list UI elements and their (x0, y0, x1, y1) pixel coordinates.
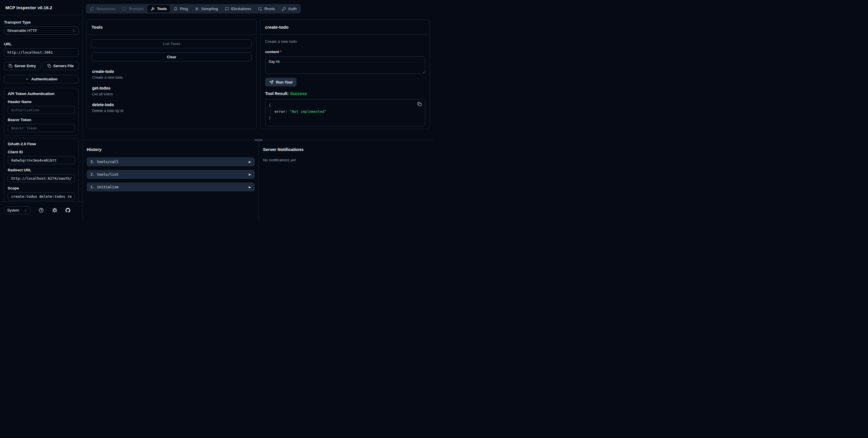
content-field-label-text: content (265, 50, 279, 54)
tab-label: Resources (96, 7, 115, 11)
tool-list: create-todoCreate a new todoget-todosLis… (92, 69, 252, 113)
servers-file-button[interactable]: Servers File (42, 62, 79, 70)
list-tools-button[interactable]: List Tools (92, 39, 252, 48)
tools-panel-body: List Tools Clear create-todoCreate a new… (87, 35, 256, 124)
tools-panel: Tools List Tools Clear create-todoCreate… (87, 20, 257, 129)
expand-arrow-icon: ▶ (249, 173, 251, 176)
history-list: 3. tools/call▶2. tools/list▶1. initializ… (87, 157, 255, 191)
tools-panel-title: Tools (92, 25, 103, 30)
tab-bar: ResourcesPromptsToolsPingSamplingElicita… (86, 4, 301, 13)
json-key: error: (275, 110, 288, 114)
copy-icon (48, 64, 51, 68)
json-close-brace: } (269, 115, 422, 121)
transport-type-select[interactable]: Streamable HTTP (4, 26, 79, 35)
json-value: "Not implemented" (290, 110, 327, 114)
tab-roots[interactable]: Roots (255, 5, 278, 12)
authentication-toggle-label: Authentication (31, 77, 57, 81)
bottom-panels: History 3. tools/call▶2. tools/list▶1. i… (83, 140, 434, 219)
hammer-icon (151, 7, 155, 11)
header-name-input[interactable] (8, 106, 75, 114)
chevrons-up-down-icon (24, 209, 27, 212)
copy-result-button[interactable] (417, 102, 422, 106)
client-id-input[interactable] (8, 156, 75, 164)
history-item[interactable]: 3. tools/call▶ (87, 157, 255, 166)
run-tool-button-label: Run Tool (276, 80, 292, 84)
theme-select[interactable]: System (4, 207, 30, 214)
tree-icon (258, 7, 262, 11)
history-item-label: 3. tools/call (90, 160, 119, 164)
url-label: URL (4, 42, 79, 46)
tab-label: Sampling (201, 7, 218, 11)
selected-tool-title: create-todo (265, 25, 289, 30)
tool-result-line: Tool Result: Success (265, 91, 425, 96)
redirect-url-input[interactable] (8, 174, 75, 182)
files-icon (90, 7, 94, 11)
bell-icon (174, 7, 178, 11)
tab-label: Prompts (129, 7, 144, 11)
tab-label: Auth (288, 7, 297, 11)
run-tool-button[interactable]: Run Tool (265, 78, 297, 86)
history-item-label: 2. tools/list (90, 172, 119, 177)
expand-arrow-icon: ▶ (249, 160, 251, 163)
top-panels: Tools List Tools Clear create-todoCreate… (83, 13, 434, 129)
tab-label: Elicitations (231, 7, 251, 11)
bearer-token-label: Bearer Token (8, 118, 75, 122)
bearer-token-input[interactable] (8, 124, 75, 132)
split-drag-handle[interactable] (254, 139, 262, 141)
history-panel: History 3. tools/call▶2. tools/list▶1. i… (83, 140, 258, 219)
tab-prompts[interactable]: Prompts (119, 5, 147, 12)
sidebar-footer: System (0, 201, 83, 219)
send-icon (269, 80, 274, 84)
tab-elicitations[interactable]: Elicitations (222, 5, 254, 12)
tab-label: Roots (265, 7, 275, 11)
api-token-title: API Token Authentication (8, 92, 75, 96)
app-title: MCP Inspector v0.16.2 (5, 5, 52, 10)
copy-icon (417, 102, 422, 106)
tool-item-get-todos[interactable]: get-todosList all todos (92, 86, 251, 96)
oauth-card: OAuth 2.0 Flow Client ID Redirect URL Sc… (4, 138, 79, 201)
tool-item-delete-todo[interactable]: delete-todoDelete a todo by id (92, 102, 251, 113)
tool-description: List all todos (92, 92, 251, 96)
clear-button[interactable]: Clear (92, 53, 252, 61)
history-item[interactable]: 1. initialize▶ (87, 183, 255, 191)
tool-name: get-todos (92, 86, 251, 90)
authentication-toggle[interactable]: Authentication (4, 75, 79, 83)
sidebar: MCP Inspector v0.16.2 Transport Type Str… (0, 0, 83, 219)
footer-icons (30, 208, 79, 213)
oauth-title: OAuth 2.0 Flow (8, 142, 75, 146)
tool-result-status: Success (290, 91, 307, 96)
report-bug-button[interactable] (52, 208, 57, 213)
key-icon (282, 7, 286, 11)
server-entry-button[interactable]: Server Entry (4, 62, 40, 70)
tab-resources[interactable]: Resources (87, 5, 119, 12)
url-input[interactable] (4, 48, 79, 57)
scope-input[interactable] (8, 192, 75, 200)
github-button[interactable] (65, 208, 71, 213)
help-circle-icon (39, 208, 43, 213)
servers-file-label: Servers File (53, 64, 74, 68)
redirect-url-label: Redirect URL (8, 168, 75, 172)
history-title: History (87, 147, 255, 152)
selected-tool-description: Create a new todo (265, 39, 425, 43)
scope-label: Scope (8, 186, 75, 190)
json-error-row[interactable]: error: "Not implemented" (270, 108, 422, 115)
tool-item-create-todo[interactable]: create-todoCreate a new todo (92, 69, 251, 80)
tab-ping[interactable]: Ping (170, 5, 191, 12)
expand-arrow-icon: ▶ (249, 186, 251, 189)
tab-auth[interactable]: Auth (279, 5, 300, 12)
run-tool-panel-header: create-todo (260, 20, 430, 35)
github-icon (65, 208, 70, 213)
main-content: ResourcesPromptsToolsPingSamplingElicita… (83, 0, 434, 219)
sidebar-body: Transport Type Streamable HTTP URL Serve… (0, 15, 83, 201)
tab-sampling[interactable]: Sampling (192, 5, 221, 12)
content-field-input[interactable]: Say Hi (265, 57, 425, 74)
tool-result-json-viewer: { error: "Not implemented" } (265, 99, 425, 126)
tab-tools[interactable]: Tools (148, 5, 170, 12)
history-item[interactable]: 2. tools/list▶ (87, 170, 255, 179)
copy-icon (9, 64, 12, 68)
help-button[interactable] (39, 208, 44, 213)
hash-icon (195, 7, 199, 11)
server-notifications-panel: Server Notifications No notifications ye… (259, 140, 434, 219)
json-open-brace: { (269, 102, 422, 108)
transport-type-label: Transport Type (4, 20, 79, 24)
